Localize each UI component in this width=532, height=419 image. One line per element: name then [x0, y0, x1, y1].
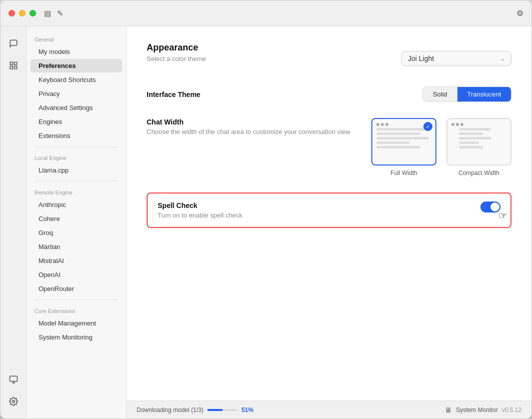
core-extensions-section-label: Core Extensions [27, 304, 126, 316]
progress-bar-fill [207, 409, 223, 411]
translucent-theme-button[interactable]: Translucent [457, 87, 511, 102]
sidebar-item-llama-cpp[interactable]: Llama.cpp [31, 164, 122, 177]
local-engine-section-label: Local Engine [27, 151, 126, 163]
download-info: Downloading model (1/3) 51% [137, 406, 253, 414]
divider-3 [35, 300, 118, 300]
full-width-preview: ✓ [371, 118, 436, 166]
icon-sidebar-bottom [5, 370, 23, 410]
divider-1 [35, 146, 118, 147]
sidebar-item-keyboard-shortcuts[interactable]: Keyboard Shortcuts [31, 73, 122, 86]
spell-check-toggle-container: ☞ [480, 202, 500, 212]
content-area: Appearance Select a color theme Joi Ligh… [127, 26, 531, 400]
interface-theme-row: Interface Theme Solid Translucent [147, 86, 511, 102]
preview-lines-full [376, 128, 431, 148]
svg-rect-0 [10, 62, 13, 64]
download-text: Downloading model (1/3) [137, 406, 203, 414]
sidebar-item-model-management[interactable]: Model Management [31, 316, 122, 330]
status-right: 🖥 System Monitor v0.5.12 [445, 406, 521, 414]
sidebar-item-my-models[interactable]: My models [31, 45, 122, 58]
sidebar-item-preferences[interactable]: Preferences [31, 59, 122, 72]
sidebar-item-system-monitoring[interactable]: System Monitoring [31, 330, 122, 344]
svg-rect-1 [14, 62, 17, 64]
chat-width-section: Chat Width Choose the width of the chat … [147, 118, 511, 176]
chat-width-options: ✓ [371, 118, 511, 176]
theme-value: Joi Light [408, 54, 434, 62]
system-monitor-label[interactable]: System Monitor [456, 406, 497, 414]
interface-theme-label: Interface Theme [147, 90, 200, 98]
spell-check-desc: Turn on to enable spell check [158, 212, 242, 219]
appearance-subtitle: Select a color theme [147, 55, 206, 62]
full-width-label: Full Width [390, 170, 417, 176]
app-body: General My models Preferences Keyboard S… [1, 26, 531, 418]
cursor-hand-icon: ☞ [498, 210, 507, 222]
progress-percent: 51% [241, 406, 253, 414]
titlebar-right-icon[interactable]: ⚙ [516, 8, 523, 18]
full-width-option[interactable]: ✓ [371, 118, 436, 176]
spell-check-text: Spell Check Turn on to enable spell chec… [158, 202, 242, 219]
sidebar-item-mistralai[interactable]: MistralAI [31, 254, 122, 268]
divider-2 [35, 181, 118, 182]
appearance-section: Appearance Select a color theme Joi Ligh… [147, 42, 511, 228]
monitor-status-icon: 🖥 [445, 406, 452, 414]
remote-engine-section-label: Remote Engine [27, 186, 126, 198]
settings-sidebar: General My models Preferences Keyboard S… [27, 26, 127, 418]
close-button[interactable] [9, 10, 15, 16]
sidebar-item-extensions[interactable]: Extensions [31, 129, 122, 142]
preview-dots-compact [451, 123, 506, 126]
solid-theme-button[interactable]: Solid [423, 87, 457, 102]
chat-width-title: Chat Width [147, 118, 350, 126]
sidebar-item-martian[interactable]: Martian [31, 240, 122, 254]
preview-lines-compact [451, 128, 506, 148]
minimize-button[interactable] [19, 10, 26, 16]
compact-width-option[interactable]: Compact Width [446, 118, 511, 176]
traffic-lights [9, 10, 36, 16]
app-window: ▤ ✎ ⚙ [0, 0, 532, 419]
theme-dropdown[interactable]: Joi Light ⌄ [401, 51, 511, 66]
grid-nav-icon[interactable] [5, 56, 23, 74]
sidebar-item-groq[interactable]: Groq [31, 226, 122, 240]
monitor-nav-icon[interactable] [5, 370, 23, 388]
chat-nav-icon[interactable] [5, 34, 23, 52]
compact-width-label: Compact Width [458, 170, 499, 176]
sidebar-item-advanced-settings[interactable]: Advanced Settings [31, 101, 122, 114]
selected-check-icon: ✓ [423, 122, 432, 131]
sidebar-item-privacy[interactable]: Privacy [31, 87, 122, 100]
sidebar-item-engines[interactable]: Engines [31, 115, 122, 128]
icon-sidebar [1, 26, 27, 418]
svg-rect-2 [10, 66, 13, 69]
general-section-label: General [27, 32, 126, 44]
spell-check-toggle[interactable] [480, 202, 500, 212]
chat-width-desc: Choose the width of the chat area to cus… [147, 128, 350, 136]
progress-bar-container [207, 409, 237, 411]
maximize-button[interactable] [30, 10, 36, 16]
compact-width-preview [446, 118, 511, 166]
svg-rect-4 [10, 376, 17, 382]
svg-point-7 [12, 400, 15, 403]
sidebar-item-openai[interactable]: OpenAI [31, 268, 122, 282]
spell-check-title: Spell Check [158, 202, 242, 210]
titlebar: ▤ ✎ ⚙ [1, 0, 531, 26]
appearance-header-row: Appearance Select a color theme Joi Ligh… [147, 42, 511, 74]
sidebar-item-openrouter[interactable]: OpenRouter [31, 282, 122, 296]
sidebar-item-anthropic[interactable]: Anthropic [31, 198, 122, 212]
appearance-title: Appearance [147, 42, 206, 53]
chat-width-text: Chat Width Choose the width of the chat … [147, 118, 350, 144]
titlebar-icons: ▤ ✎ [44, 9, 64, 18]
settings-nav-icon[interactable] [5, 392, 23, 410]
sidebar-item-cohere[interactable]: Cohere [31, 212, 122, 226]
chevron-down-icon: ⌄ [500, 55, 505, 62]
main-content: Appearance Select a color theme Joi Ligh… [127, 26, 531, 418]
appearance-titles: Appearance Select a color theme [147, 42, 206, 74]
theme-buttons: Solid Translucent [422, 86, 511, 102]
svg-rect-3 [14, 66, 17, 69]
status-bar: Downloading model (1/3) 51% 🖥 System Mon… [127, 400, 531, 418]
spell-check-section: Spell Check Turn on to enable spell chec… [147, 192, 511, 228]
layout-icon[interactable]: ▤ [44, 9, 51, 18]
edit-icon[interactable]: ✎ [57, 9, 64, 18]
version-label: v0.5.12 [502, 406, 521, 414]
